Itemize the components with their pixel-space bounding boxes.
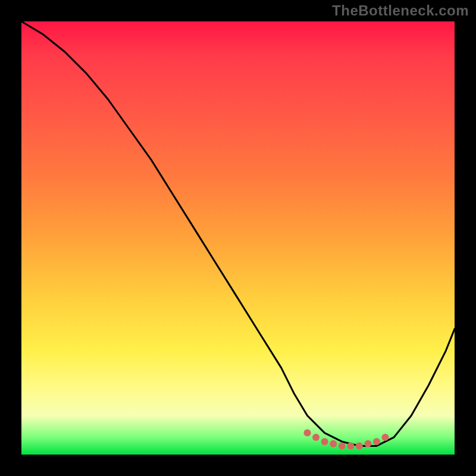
chart-svg [21, 21, 455, 455]
chart-frame: TheBottleneck.com [0, 0, 476, 476]
watermark-text: TheBottleneck.com [332, 2, 469, 19]
optimal-marker [339, 442, 346, 449]
optimal-marker [347, 442, 354, 449]
optimal-marker [373, 438, 380, 445]
optimal-marker [330, 440, 337, 447]
bottleneck-curve [21, 21, 455, 446]
optimal-marker [356, 442, 363, 449]
optimal-marker [321, 438, 328, 445]
optimal-marker [382, 434, 389, 441]
optimal-marker [304, 430, 311, 437]
plot-area [21, 21, 455, 455]
optimal-marker [312, 434, 320, 441]
optimal-marker [364, 440, 371, 447]
